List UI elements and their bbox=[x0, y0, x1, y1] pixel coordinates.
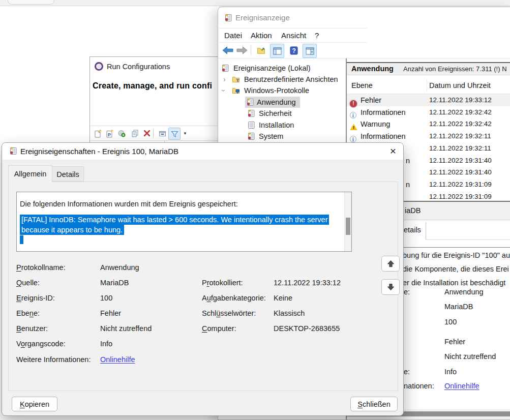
field-label-fragment: nationen: bbox=[404, 381, 434, 391]
event-row[interactable]: ! Warnung 12.11.2022 19:32:42 bbox=[347, 118, 510, 130]
event-datetime: 12.11.2022 19:32:11 bbox=[429, 142, 491, 155]
dialog-event-properties: Ereigniseigenschaften - Ereignis 100, Ma… bbox=[2, 142, 404, 416]
field-label: Protokolliert: bbox=[202, 278, 243, 288]
field-label: Vorgangscode: bbox=[16, 339, 66, 349]
export-configuration-button[interactable] bbox=[116, 128, 127, 139]
field-label: Protokollname: bbox=[16, 262, 66, 273]
tree-item-installation[interactable]: Installation bbox=[218, 119, 346, 131]
close-button[interactable]: × bbox=[383, 143, 403, 160]
forward-button[interactable] bbox=[235, 44, 249, 57]
tree-item-windows-logs[interactable]: › Windows-Protokolle bbox=[218, 85, 346, 96]
new-configuration-button[interactable] bbox=[92, 128, 103, 139]
event-description-box[interactable]: Die folgenden Informationen wurden mit d… bbox=[16, 192, 352, 252]
chevron-down-icon: ▼ bbox=[183, 131, 187, 136]
column-header-datum[interactable]: Datum und Uhrzeit bbox=[429, 78, 491, 93]
view-menu-button[interactable]: ▼ bbox=[182, 128, 189, 139]
new-prototype-button[interactable]: P bbox=[104, 128, 115, 139]
delete-button[interactable] bbox=[141, 128, 153, 139]
button-label: Schließen bbox=[357, 400, 390, 408]
tree-item-custom-views[interactable]: › Benutzerdefinierte Ansichten bbox=[218, 74, 346, 85]
description-scrollbar[interactable] bbox=[344, 192, 351, 251]
preview-description-line: bung für die Ereignis-ID "100" au bbox=[403, 251, 510, 260]
duplicate-icon bbox=[131, 129, 139, 138]
preview-tab-details[interactable]: etails bbox=[404, 220, 421, 239]
eclipse-toolbar-separator bbox=[153, 129, 154, 138]
run-configurations-icon bbox=[95, 62, 103, 71]
log-header-bar: Anwendung Anzahl von Ereignissen: 7.311 … bbox=[347, 62, 510, 75]
button-label: Kopieren bbox=[20, 400, 49, 408]
menu-datei[interactable]: Datei bbox=[224, 28, 242, 42]
chevron-down-icon[interactable]: › bbox=[218, 89, 229, 92]
event-level-fragment: n bbox=[406, 178, 410, 191]
next-event-button[interactable] bbox=[381, 279, 400, 295]
event-row[interactable]: i Informationen 12.11.2022 19:32:11 bbox=[347, 130, 510, 142]
open-saved-log-button[interactable] bbox=[255, 44, 268, 57]
console-tree-button[interactable] bbox=[270, 44, 284, 58]
event-datetime: 12.11.2022 19:31:40 bbox=[429, 166, 492, 178]
tree-item-system[interactable]: System bbox=[218, 131, 346, 142]
open-saved-log-icon bbox=[257, 46, 266, 55]
onlinehilfe-link[interactable]: Onlinehilfe bbox=[100, 354, 135, 365]
arrow-down-icon bbox=[387, 283, 395, 291]
tab-allgemein[interactable]: Allgemein bbox=[8, 165, 52, 182]
column-separator[interactable] bbox=[427, 79, 427, 92]
bottom-strip bbox=[347, 416, 510, 420]
tab-label: Details bbox=[56, 170, 79, 178]
previous-event-button[interactable] bbox=[381, 256, 400, 272]
event-datetime: 12.11.2022 19:32:42 bbox=[429, 106, 492, 118]
preview-description-line: die Komponente, die dieses Erei bbox=[403, 265, 509, 274]
svg-text:?: ? bbox=[292, 47, 296, 54]
close-dialog-button[interactable]: Schließen bbox=[350, 397, 398, 411]
tree-item-label: Sicherheit bbox=[259, 108, 291, 119]
menu-hilfe[interactable]: ? bbox=[315, 28, 319, 42]
field-value: Klassisch bbox=[274, 308, 305, 318]
field-value: Fehler bbox=[100, 308, 121, 318]
scrollbar-thumb[interactable] bbox=[346, 218, 350, 235]
copy-button[interactable]: Kopieren bbox=[12, 397, 57, 411]
dialog-titlebar[interactable]: Ereigniseigenschaften - Ereignis 100, Ma… bbox=[2, 143, 404, 160]
field-value: 100 bbox=[100, 293, 112, 303]
event-row[interactable]: ! Fehler 12.11.2022 19:33:12 bbox=[347, 94, 510, 106]
back-button[interactable] bbox=[221, 44, 234, 57]
filter-button[interactable] bbox=[168, 128, 181, 140]
info-icon: i bbox=[350, 112, 356, 118]
field-value: 12.11.2022 19:33:12 bbox=[274, 278, 341, 288]
field-label-fragment: e: bbox=[404, 367, 410, 377]
info-icon: i bbox=[350, 136, 356, 142]
chevron-right-icon[interactable]: › bbox=[223, 74, 226, 85]
tab-label: Allgemein bbox=[14, 170, 47, 178]
svg-text:P: P bbox=[108, 132, 111, 137]
tree-item-anwendung[interactable]: Anwendung bbox=[218, 97, 346, 108]
toolbar-separator bbox=[90, 126, 226, 126]
export-configuration-icon bbox=[117, 129, 126, 138]
window-tab-fragment bbox=[8, 0, 54, 5]
field-value: DESKTOP-2683655 bbox=[274, 323, 340, 334]
tab-details[interactable]: Details bbox=[52, 166, 84, 182]
duplicate-button[interactable] bbox=[129, 128, 140, 139]
field-value: Info bbox=[100, 339, 112, 349]
windows-logs-folder-icon bbox=[232, 86, 240, 98]
collapse-all-button[interactable] bbox=[157, 128, 168, 139]
event-level: Fehler bbox=[361, 94, 381, 106]
tree-item-root[interactable]: Ereignisanzeige (Lokal) bbox=[218, 63, 346, 74]
field-value: Keine bbox=[274, 293, 292, 303]
onlinehilfe-link[interactable]: Onlinehilfe bbox=[444, 381, 479, 391]
event-properties-icon bbox=[9, 147, 17, 157]
action-pane-button[interactable] bbox=[303, 44, 317, 58]
event-row[interactable]: i Informationen 12.11.2022 19:32:42 bbox=[347, 106, 510, 118]
help-button[interactable]: ? bbox=[287, 44, 301, 57]
preview-tab-baseline bbox=[426, 239, 510, 240]
menu-aktion[interactable]: Aktion bbox=[251, 28, 272, 42]
tree-item-sicherheit[interactable]: Sicherheit bbox=[218, 108, 346, 119]
column-header-ebene[interactable]: Ebene bbox=[351, 78, 373, 93]
field-value: 100 bbox=[444, 317, 457, 327]
event-level: Warnung bbox=[361, 118, 390, 130]
field-value: Anwendung bbox=[100, 262, 139, 273]
event-level: Informationen bbox=[361, 106, 406, 118]
window-run-configurations: Run Configurations Create, manage, and r… bbox=[89, 56, 226, 143]
event-datetime: 12.11.2022 19:31:09 bbox=[429, 178, 492, 191]
selected-text-line1: [FATAL] InnoDB: Semaphore wait has laste… bbox=[20, 215, 329, 225]
run-configurations-description: Create, manage, and run confi bbox=[93, 81, 212, 91]
help-icon: ? bbox=[290, 46, 298, 55]
menu-ansicht[interactable]: Ansicht bbox=[281, 28, 306, 42]
